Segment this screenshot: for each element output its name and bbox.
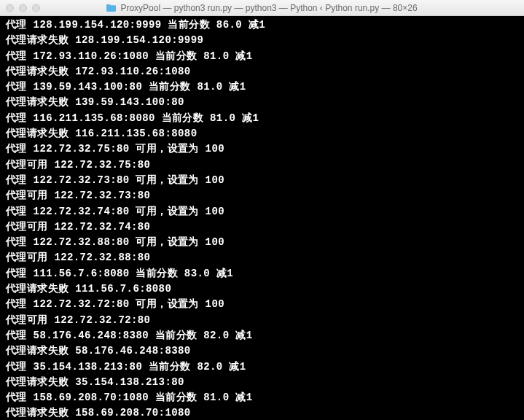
window-title: ProxyPool — python3 run.py — python3 — P… xyxy=(106,3,417,13)
close-dot[interactable] xyxy=(6,4,14,12)
output-line: 代理 172.93.110.26:1080 当前分数 81.0 减1 xyxy=(6,49,520,64)
minimize-dot[interactable] xyxy=(19,4,27,12)
output-line: 代理可用 122.72.32.74:80 xyxy=(6,219,520,235)
output-line: 代理 122.72.32.75:80 可用，设置为 100 xyxy=(6,141,520,157)
output-line: 代理可用 122.72.32.73:80 xyxy=(6,188,520,203)
output-line: 代理可用 122.72.32.88:80 xyxy=(6,250,520,265)
output-line: 代理 128.199.154.120:9999 当前分数 86.0 减1 xyxy=(6,18,520,33)
output-line: 代理 122.72.32.73:80 可用，设置为 100 xyxy=(6,173,520,188)
output-line: 代理 111.56.7.6:8080 当前分数 83.0 减1 xyxy=(6,266,520,281)
output-line: 代理 122.72.32.74:80 可用，设置为 100 xyxy=(6,204,520,219)
output-line: 代理 116.211.135.68:8080 当前分数 81.0 减1 xyxy=(6,111,520,126)
output-line: 代理请求失败 139.59.143.100:80 xyxy=(6,95,520,110)
window-controls xyxy=(6,4,40,12)
window-titlebar: ProxyPool — python3 run.py — python3 — P… xyxy=(0,0,524,16)
output-line: 代理请求失败 172.93.110.26:1080 xyxy=(6,64,520,79)
output-line: 代理请求失败 111.56.7.6:8080 xyxy=(6,281,520,297)
output-line: 代理请求失败 116.211.135.68:8080 xyxy=(6,126,520,141)
output-line: 代理可用 122.72.32.72:80 xyxy=(6,313,520,328)
output-line: 代理请求失败 35.154.138.213:80 xyxy=(6,375,520,390)
output-line: 代理 158.69.208.70:1080 当前分数 81.0 减1 xyxy=(6,390,520,405)
folder-icon xyxy=(106,4,116,12)
output-line: 代理 58.176.46.248:8380 当前分数 82.0 减1 xyxy=(6,328,520,343)
output-line: 代理请求失败 58.176.46.248:8380 xyxy=(6,343,520,359)
window-title-text: ProxyPool — python3 run.py — python3 — P… xyxy=(120,3,417,13)
zoom-dot[interactable] xyxy=(32,4,40,12)
output-line: 代理请求失败 128.199.154.120:9999 xyxy=(6,33,520,48)
output-line: 代理请求失败 158.69.208.70:1080 xyxy=(6,405,520,420)
output-line: 代理 122.72.32.72:80 可用，设置为 100 xyxy=(6,297,520,312)
output-line: 代理 139.59.143.100:80 当前分数 81.0 减1 xyxy=(6,79,520,95)
output-line: 代理 35.154.138.213:80 当前分数 82.0 减1 xyxy=(6,359,520,375)
terminal-output[interactable]: 代理 128.199.154.120:9999 当前分数 86.0 减1 代理请… xyxy=(0,16,524,420)
output-line: 代理 122.72.32.88:80 可用，设置为 100 xyxy=(6,235,520,250)
output-line: 代理可用 122.72.32.75:80 xyxy=(6,158,520,173)
